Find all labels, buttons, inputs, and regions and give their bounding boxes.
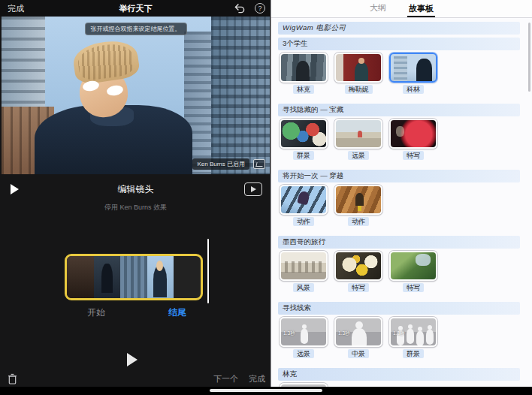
section-title[interactable]: WigWam 电影公司 [278, 22, 520, 35]
shot-thumbnail[interactable] [334, 119, 382, 149]
shot-cell: 动作 [280, 185, 328, 226]
filmstrip-frame [120, 256, 147, 298]
shot-thumbnail[interactable] [334, 53, 382, 83]
shot-row: 1.3秒远景1.3秒中景1.3秒群景 [280, 317, 532, 358]
section-title[interactable]: 3个学生 [278, 38, 520, 50]
shot-row: 动作动作 [280, 185, 532, 226]
timeline-clip[interactable] [65, 254, 203, 300]
shot-cell: 科林 [389, 53, 437, 94]
end-option[interactable]: 结尾 [147, 306, 207, 319]
shot-thumbnail[interactable] [280, 185, 328, 215]
shot-label: 风景 [293, 283, 314, 292]
home-strip [0, 387, 532, 395]
shot-label: 梅勒妮 [345, 85, 373, 94]
shot-placeholder-thumbnail[interactable]: 1.3秒 [280, 317, 328, 347]
undo-icon[interactable] [234, 2, 246, 14]
section-title[interactable]: 寻找隐藏的 — 宝藏 [278, 104, 520, 116]
shot-thumbnail[interactable] [280, 53, 328, 83]
skip-to-end-button[interactable] [244, 182, 262, 196]
storyboard-section: 林克1.3秒特写 [278, 368, 532, 387]
kenburns-status-badge: Ken Burns 已启用 [192, 158, 249, 170]
tab-storyboard[interactable]: 故事板 [407, 0, 435, 17]
kenburns-toggle[interactable]: 停用 Ken Burns 效果 [0, 203, 271, 213]
shot-row: 风景特写特写 [280, 251, 532, 292]
duration-badge: 1.3秒 [393, 330, 405, 337]
help-icon[interactable]: ? [255, 3, 265, 14]
shot-cell: 群景 [280, 119, 328, 160]
shot-label: 远景 [348, 151, 369, 160]
shot-label: 科林 [403, 85, 424, 94]
shot-cell: 1.3秒远景 [280, 317, 328, 358]
gesture-hint: 张开或捏合双指来设定结尾位置。 [85, 23, 187, 35]
shot-label: 群景 [293, 151, 314, 160]
shot-cell: 1.3秒群景 [389, 317, 437, 358]
tab-outline[interactable]: 大纲 [368, 0, 388, 17]
storyboard-section: 寻找线索1.3秒远景1.3秒中景1.3秒群景 [278, 302, 532, 358]
silhouette-icon [301, 329, 308, 344]
top-bar: 完成 举行天下 ? [0, 0, 271, 17]
tab-bar: 大纲 故事板 [271, 0, 532, 18]
shot-placeholder-thumbnail[interactable]: 1.3秒 [389, 317, 437, 347]
imovie-storyboard-screen: 完成 举行天下 ? 张开或捏合双指来设定结尾位置。 Ken Burns 已启用 [0, 0, 532, 395]
section-title[interactable]: 将开始一次 — 穿越 [278, 170, 520, 182]
shot-cell: 林克 [280, 53, 328, 94]
finish-button[interactable]: 完成 [249, 373, 265, 384]
next-button[interactable]: 下一个 [213, 373, 238, 384]
shot-cell: 1.3秒中景 [334, 317, 382, 358]
duration-badge: 1.3秒 [338, 330, 350, 337]
shot-cell: 风景 [280, 251, 328, 292]
editor-panel: 完成 举行天下 ? 张开或捏合双指来设定结尾位置。 Ken Burns 已启用 [0, 0, 271, 395]
shot-thumbnail[interactable] [389, 119, 437, 149]
project-title: 举行天下 [0, 3, 271, 14]
storyboard-list[interactable]: WigWam 电影公司3个学生林克梅勒妮科林寻找隐藏的 — 宝藏群景远景特写将开… [271, 19, 532, 387]
controls-row: 编辑镜头 [0, 177, 271, 201]
shot-cell: 特写 [334, 251, 382, 292]
storyboard-section: 将开始一次 — 穿越动作动作 [278, 170, 532, 226]
shot-placeholder-thumbnail[interactable]: 1.3秒 [334, 317, 382, 347]
shot-thumbnail[interactable] [389, 53, 437, 83]
start-option[interactable]: 开始 [66, 306, 126, 319]
shot-cell: 梅勒妮 [334, 53, 382, 94]
timeline-play-icon[interactable] [127, 353, 138, 366]
trash-icon[interactable] [8, 373, 17, 384]
filmstrip-frame [147, 256, 174, 298]
shot-label: 特写 [403, 283, 424, 292]
scrollbar[interactable] [528, 23, 530, 92]
shot-thumbnail[interactable] [280, 119, 328, 149]
kenburns-icon[interactable] [253, 159, 265, 169]
edit-shot-title: 编辑镜头 [0, 183, 271, 196]
video-preview[interactable]: 张开或捏合双指来设定结尾位置。 Ken Burns 已启用 [2, 17, 270, 174]
shot-row: 群景远景特写 [280, 119, 532, 160]
shot-label: 远景 [293, 349, 314, 358]
playhead[interactable] [207, 239, 209, 303]
storyboard-section: 3个学生林克梅勒妮科林 [278, 38, 532, 94]
storyboard-section: WigWam 电影公司 [278, 22, 532, 35]
shot-cell: 动作 [334, 185, 382, 226]
shot-label: 群景 [403, 349, 424, 358]
storyboard-panel: 大纲 故事板 WigWam 电影公司3个学生林克梅勒妮科林寻找隐藏的 — 宝藏群… [271, 0, 532, 395]
shot-cell: 特写 [389, 119, 437, 160]
section-title[interactable]: 墨西哥的旅行 [278, 236, 520, 249]
shot-cell: 特写 [389, 251, 437, 292]
subject-beanie [71, 38, 141, 85]
storyboard-section: 墨西哥的旅行风景特写特写 [278, 236, 532, 292]
home-indicator[interactable] [210, 389, 322, 392]
shot-row: 林克梅勒妮科林 [280, 53, 532, 94]
section-title[interactable]: 林克 [278, 368, 520, 381]
building-backdrop-right [211, 17, 270, 174]
duration-badge: 1.3秒 [283, 330, 295, 337]
shot-thumbnail[interactable] [389, 251, 437, 281]
filmstrip-frame [94, 256, 121, 298]
shot-label: 动作 [348, 217, 369, 226]
shot-label: 特写 [348, 283, 369, 292]
shot-thumbnail[interactable] [334, 251, 382, 281]
shot-thumbnail[interactable] [280, 251, 328, 281]
bottom-toolbar: 下一个 完成 [0, 371, 271, 386]
shot-thumbnail[interactable] [334, 185, 382, 215]
shot-cell: 远景 [334, 119, 382, 160]
filmstrip-frame [67, 256, 94, 298]
shot-label: 动作 [293, 217, 314, 226]
shot-label: 林克 [293, 85, 314, 94]
section-title[interactable]: 寻找线索 [278, 302, 520, 315]
silhouette-icon [352, 328, 367, 347]
